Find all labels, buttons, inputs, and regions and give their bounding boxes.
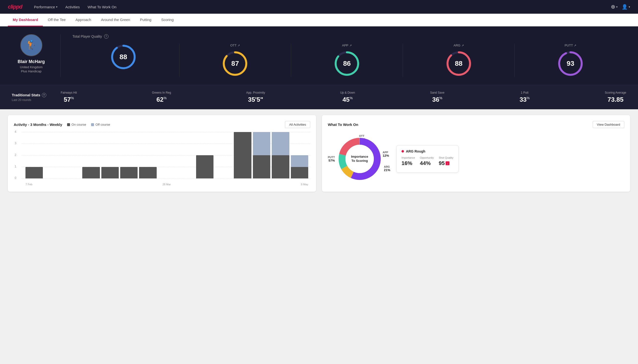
card-header: What To Work On View Dashboard	[328, 121, 624, 128]
x-label-mar: 28 Mar	[162, 183, 171, 186]
help-icon[interactable]: ?	[42, 93, 46, 97]
x-label-may: 9 May	[301, 183, 308, 186]
score-label-arg: ARG ↗	[453, 44, 464, 47]
score-cards: 88 OTT ↗ 87 APP	[73, 44, 626, 77]
tab-scoring[interactable]: Scoring	[156, 14, 178, 26]
app-logo: clippd	[8, 4, 22, 10]
stat-value: 62%	[156, 96, 166, 104]
player-name: Blair McHarg	[18, 59, 45, 64]
stat-value: 73.85	[608, 96, 623, 104]
bar-group	[196, 155, 214, 178]
legend-dot-off-course	[91, 123, 94, 126]
bar-group	[82, 167, 100, 179]
bar-off-course	[272, 132, 289, 155]
chevron-down-icon: ▾	[616, 6, 618, 8]
score-card-arg: ARG ↗ 88	[403, 44, 515, 77]
info-card-header: ARG Rough	[401, 149, 453, 153]
top-nav: clippd Performance ▾ Activities What To …	[0, 0, 638, 14]
player-info: 🏌️ Blair McHarg United Kingdom Plus Hand…	[12, 34, 61, 77]
tab-around-the-green[interactable]: Around the Green	[96, 14, 135, 26]
score-label-putt: PUTT ↗	[565, 44, 576, 47]
plus-icon: ⊕	[611, 4, 615, 10]
nav-activities[interactable]: Activities	[65, 5, 80, 9]
nav-links: Performance ▾ Activities What To Work On	[34, 5, 117, 9]
nav-right: ⊕ ▾ 👤 ▾	[611, 4, 630, 10]
bar-on-course	[26, 167, 43, 179]
trad-stats-label: Traditional Stats ? Last 20 rounds	[12, 93, 61, 102]
score-arg-number: 88	[455, 60, 463, 68]
stat-greens-in-reg: Greens In Reg 62%	[152, 91, 171, 104]
view-dashboard-button[interactable]: View Dashboard	[593, 121, 624, 128]
user-menu[interactable]: 👤 ▾	[621, 4, 630, 10]
legend-on-course: On course	[67, 123, 86, 126]
player-country: United Kingdom	[20, 65, 43, 69]
stat-fairways-hit: Fairways Hit 57%	[61, 91, 77, 104]
bar-group	[177, 178, 194, 178]
stat-sand-save: Sand Save 36%	[430, 91, 445, 104]
scores-title: Total Player Quality ?	[73, 34, 626, 38]
score-putt-number: 93	[567, 60, 574, 68]
bar-group	[291, 155, 308, 178]
trend-up-icon: ↗	[574, 44, 576, 47]
scores-section: Total Player Quality ? 88 OTT ↗	[61, 34, 626, 77]
score-card-putt: PUTT ↗ 93	[515, 44, 626, 77]
tab-my-dashboard[interactable]: My Dashboard	[8, 14, 43, 26]
bar-on-course	[82, 167, 100, 179]
info-card-dot	[401, 150, 404, 152]
stat-up-and-down: Up & Down 45%	[340, 91, 355, 104]
donut-label-putt: PUTT 57%	[328, 156, 335, 162]
nav-performance[interactable]: Performance ▾	[34, 5, 58, 9]
shot-quality-badge: ↓	[446, 161, 450, 165]
gauge-main: 88	[110, 44, 137, 70]
legend-off-course: Off course	[91, 123, 110, 126]
x-label-feb: 7 Feb	[26, 183, 32, 186]
add-button[interactable]: ⊕ ▾	[611, 4, 618, 10]
player-handicap: Plus Handicap	[21, 70, 42, 73]
bar-on-course	[234, 132, 251, 178]
tab-putting[interactable]: Putting	[135, 14, 156, 26]
bar-on-course	[139, 167, 156, 179]
avatar: 🏌️	[20, 34, 42, 56]
nav-what-to-work-on[interactable]: What To Work On	[88, 5, 117, 9]
bar-group	[44, 178, 62, 178]
user-icon: 👤	[621, 4, 628, 10]
score-card-main: 88	[73, 44, 179, 77]
bar-on-course	[101, 167, 119, 179]
gauge-arg: 88	[445, 50, 472, 77]
donut-label-arg: ARG 21%	[384, 165, 390, 172]
stat-scoring-average: Scoring Average 73.85	[605, 91, 626, 104]
info-card-title: ARG Rough	[406, 149, 425, 153]
metric-opportunity: Opportunity 44%	[420, 156, 434, 166]
tab-bar: My Dashboard Off the Tee Approach Around…	[0, 14, 638, 26]
score-app-number: 86	[343, 60, 351, 68]
score-label-ott: OTT ↗	[230, 44, 240, 47]
metric-opportunity-value: 44%	[420, 160, 434, 166]
all-activities-button[interactable]: All Activities	[285, 121, 310, 128]
info-card-arg-rough: ARG Rough Importance 16% Opportunity 44%…	[396, 145, 459, 172]
donut-section: PUTT 57% OTT 10% APP 12% ARG	[328, 132, 624, 186]
what-to-work-on-card: What To Work On View Dashboard PUTT 57% …	[322, 115, 630, 192]
metric-importance: Importance 16%	[401, 156, 415, 166]
help-icon[interactable]: ?	[104, 34, 108, 38]
tab-off-the-tee[interactable]: Off the Tee	[43, 14, 71, 26]
bar-off-course	[253, 132, 270, 155]
what-to-work-on-title: What To Work On	[328, 122, 358, 127]
stat-value: 35'5"	[248, 96, 263, 104]
hero-section: 🏌️ Blair McHarg United Kingdom Plus Hand…	[0, 26, 638, 85]
tab-approach[interactable]: Approach	[71, 14, 96, 26]
trend-up-icon: ↗	[238, 44, 240, 47]
bar-group	[253, 132, 270, 178]
stat-value: 57%	[64, 96, 74, 104]
bottom-section: Activity - 3 Months - Weekly On course O…	[0, 109, 638, 198]
bar-group	[63, 178, 81, 178]
bars-container	[24, 132, 310, 178]
card-header: Activity - 3 Months - Weekly On course O…	[14, 121, 310, 128]
stat-value: 36%	[432, 96, 442, 104]
stat-value: 45%	[342, 96, 353, 104]
activity-chart-area: 4 3 2 1 0 7 Feb 28 Mar 9 May	[14, 132, 310, 186]
metric-shot-quality-value: 95 ↓	[439, 160, 453, 166]
x-labels: 7 Feb 28 Mar 9 May	[24, 183, 310, 186]
bar-on-course	[196, 155, 214, 178]
activity-card: Activity - 3 Months - Weekly On course O…	[8, 115, 316, 192]
legend-dot-on-course	[67, 123, 70, 126]
